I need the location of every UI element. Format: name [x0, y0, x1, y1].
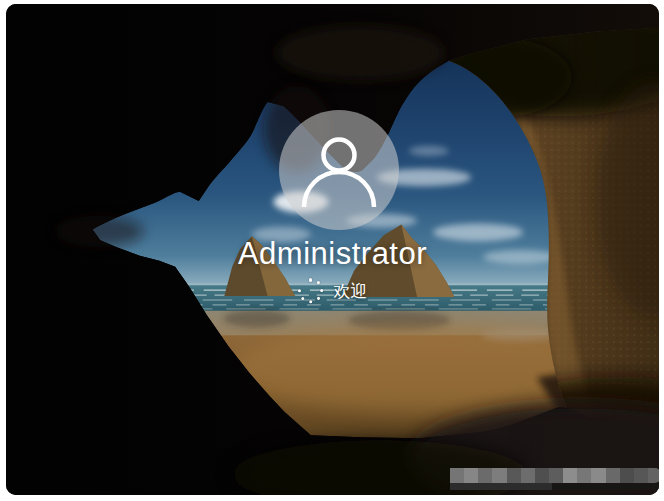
censored-watermark-subrow: [450, 483, 552, 490]
wm-block: [521, 468, 535, 483]
spinner-dot: [309, 278, 312, 281]
wm-block: [563, 468, 577, 483]
censored-watermark-mosaic: [450, 468, 659, 483]
spinner-dot: [316, 281, 321, 286]
user-tile[interactable]: [279, 110, 399, 230]
sign-in-status: 欢迎: [6, 278, 659, 304]
wm-block: [591, 468, 605, 483]
wm-block: [549, 468, 563, 483]
wm-block: [478, 468, 492, 483]
wm-block: [535, 468, 549, 483]
user-name: Administrator: [6, 236, 659, 272]
wm-block: [577, 468, 591, 483]
spinner-dot: [298, 289, 301, 292]
lock-screen: Administrator 欢迎: [0, 0, 664, 501]
wm-block: [507, 468, 521, 483]
welcome-text: 欢迎: [334, 280, 368, 303]
wm-block: [450, 468, 464, 483]
progress-spinner-icon: [298, 278, 324, 304]
sign-in-screen: Administrator 欢迎: [6, 4, 659, 495]
wm-block: [492, 468, 506, 483]
wm-block: [648, 468, 659, 483]
user-avatar-icon: [279, 110, 399, 230]
spinner-dot: [316, 297, 321, 302]
wm-block: [634, 468, 648, 483]
wm-block: [620, 468, 634, 483]
spinner-dot: [300, 297, 305, 302]
spinner-dot: [320, 289, 323, 292]
wm-block: [606, 468, 620, 483]
spinner-dot: [309, 300, 312, 303]
wm-block: [464, 468, 478, 483]
censored-watermark-strip: [552, 484, 659, 489]
